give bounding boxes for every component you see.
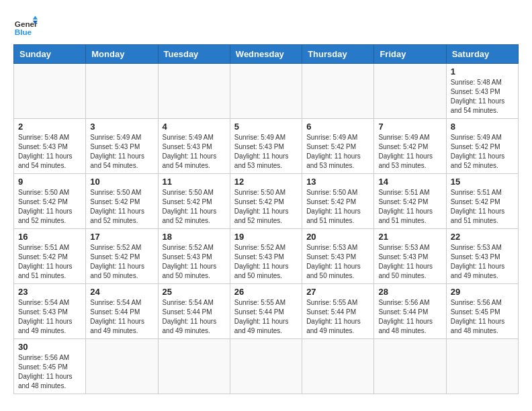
- day-number: 24: [90, 287, 153, 297]
- cell-content: Sunrise: 5:56 AM Sunset: 5:44 PM Dayligh…: [378, 298, 441, 336]
- day-number: 1: [451, 66, 514, 77]
- day-number: 22: [451, 232, 514, 242]
- calendar-cell: [374, 339, 446, 394]
- day-number: 29: [451, 287, 514, 297]
- calendar-cell: [158, 64, 230, 119]
- day-number: 4: [163, 122, 226, 132]
- cell-content: Sunrise: 5:53 AM Sunset: 5:43 PM Dayligh…: [306, 243, 369, 281]
- cell-content: Sunrise: 5:55 AM Sunset: 5:44 PM Dayligh…: [306, 298, 369, 336]
- calendar-cell: 20Sunrise: 5:53 AM Sunset: 5:43 PM Dayli…: [302, 229, 374, 284]
- calendar-cell: 11Sunrise: 5:50 AM Sunset: 5:42 PM Dayli…: [158, 174, 230, 229]
- cell-content: Sunrise: 5:52 AM Sunset: 5:43 PM Dayligh…: [234, 243, 298, 281]
- cell-content: Sunrise: 5:49 AM Sunset: 5:43 PM Dayligh…: [234, 133, 298, 171]
- day-number: 7: [378, 122, 441, 132]
- calendar-cell: 8Sunrise: 5:49 AM Sunset: 5:42 PM Daylig…: [446, 119, 518, 174]
- calendar-week-4: 16Sunrise: 5:51 AM Sunset: 5:42 PM Dayli…: [14, 229, 519, 284]
- day-number: 2: [18, 122, 81, 132]
- day-number: 30: [18, 342, 81, 352]
- cell-content: Sunrise: 5:49 AM Sunset: 5:42 PM Dayligh…: [378, 133, 441, 171]
- cell-content: Sunrise: 5:48 AM Sunset: 5:43 PM Dayligh…: [451, 78, 514, 116]
- cell-content: Sunrise: 5:53 AM Sunset: 5:43 PM Dayligh…: [378, 243, 441, 281]
- day-number: 27: [306, 287, 369, 297]
- day-number: 28: [378, 287, 441, 297]
- day-header-thursday: Thursday: [302, 45, 374, 64]
- day-number: 20: [306, 232, 369, 242]
- cell-content: Sunrise: 5:56 AM Sunset: 5:45 PM Dayligh…: [18, 353, 81, 391]
- calendar-cell: 16Sunrise: 5:51 AM Sunset: 5:42 PM Dayli…: [14, 229, 86, 284]
- cell-content: Sunrise: 5:48 AM Sunset: 5:43 PM Dayligh…: [18, 133, 81, 171]
- day-number: 26: [234, 287, 298, 297]
- logo-icon: General Blue: [13, 13, 38, 38]
- calendar-cell: [302, 64, 374, 119]
- cell-content: Sunrise: 5:50 AM Sunset: 5:42 PM Dayligh…: [234, 188, 298, 226]
- day-header-saturday: Saturday: [446, 45, 518, 64]
- day-header-wednesday: Wednesday: [230, 45, 302, 64]
- cell-content: Sunrise: 5:51 AM Sunset: 5:42 PM Dayligh…: [451, 188, 514, 226]
- calendar-week-3: 9Sunrise: 5:50 AM Sunset: 5:42 PM Daylig…: [14, 174, 519, 229]
- day-number: 10: [90, 177, 153, 187]
- day-number: 11: [163, 177, 226, 187]
- calendar-cell: 22Sunrise: 5:53 AM Sunset: 5:43 PM Dayli…: [446, 229, 518, 284]
- calendar-cell: 6Sunrise: 5:49 AM Sunset: 5:42 PM Daylig…: [302, 119, 374, 174]
- day-header-tuesday: Tuesday: [158, 45, 230, 64]
- calendar-cell: 19Sunrise: 5:52 AM Sunset: 5:43 PM Dayli…: [230, 229, 302, 284]
- calendar-cell: 21Sunrise: 5:53 AM Sunset: 5:43 PM Dayli…: [374, 229, 446, 284]
- day-number: 15: [451, 177, 514, 187]
- calendar-cell: 27Sunrise: 5:55 AM Sunset: 5:44 PM Dayli…: [302, 284, 374, 339]
- cell-content: Sunrise: 5:54 AM Sunset: 5:43 PM Dayligh…: [18, 298, 81, 336]
- calendar-week-5: 23Sunrise: 5:54 AM Sunset: 5:43 PM Dayli…: [14, 284, 519, 339]
- cell-content: Sunrise: 5:50 AM Sunset: 5:42 PM Dayligh…: [306, 188, 369, 226]
- calendar-cell: 29Sunrise: 5:56 AM Sunset: 5:45 PM Dayli…: [446, 284, 518, 339]
- calendar-cell: 14Sunrise: 5:51 AM Sunset: 5:42 PM Dayli…: [374, 174, 446, 229]
- day-number: 6: [306, 122, 369, 132]
- cell-content: Sunrise: 5:55 AM Sunset: 5:44 PM Dayligh…: [234, 298, 298, 336]
- day-number: 16: [18, 232, 81, 242]
- calendar-cell: 23Sunrise: 5:54 AM Sunset: 5:43 PM Dayli…: [14, 284, 86, 339]
- day-header-monday: Monday: [86, 45, 158, 64]
- cell-content: Sunrise: 5:50 AM Sunset: 5:42 PM Dayligh…: [18, 188, 81, 226]
- day-number: 8: [451, 122, 514, 132]
- day-header-friday: Friday: [374, 45, 446, 64]
- calendar-cell: 17Sunrise: 5:52 AM Sunset: 5:42 PM Dayli…: [86, 229, 158, 284]
- cell-content: Sunrise: 5:56 AM Sunset: 5:45 PM Dayligh…: [451, 298, 514, 336]
- calendar-cell: [86, 339, 158, 394]
- calendar-cell: 30Sunrise: 5:56 AM Sunset: 5:45 PM Dayli…: [14, 339, 86, 394]
- day-number: 3: [90, 122, 153, 132]
- cell-content: Sunrise: 5:50 AM Sunset: 5:42 PM Dayligh…: [163, 188, 226, 226]
- cell-content: Sunrise: 5:49 AM Sunset: 5:43 PM Dayligh…: [163, 133, 226, 171]
- cell-content: Sunrise: 5:53 AM Sunset: 5:43 PM Dayligh…: [451, 243, 514, 281]
- day-number: 9: [18, 177, 81, 187]
- day-number: 14: [378, 177, 441, 187]
- calendar-cell: 26Sunrise: 5:55 AM Sunset: 5:44 PM Dayli…: [230, 284, 302, 339]
- cell-content: Sunrise: 5:49 AM Sunset: 5:43 PM Dayligh…: [90, 133, 153, 171]
- calendar-cell: [14, 64, 86, 119]
- day-number: 17: [90, 232, 153, 242]
- svg-marker-2: [33, 16, 38, 19]
- calendar-cell: 18Sunrise: 5:52 AM Sunset: 5:43 PM Dayli…: [158, 229, 230, 284]
- calendar-cell: 10Sunrise: 5:50 AM Sunset: 5:42 PM Dayli…: [86, 174, 158, 229]
- calendar-cell: 3Sunrise: 5:49 AM Sunset: 5:43 PM Daylig…: [86, 119, 158, 174]
- cell-content: Sunrise: 5:49 AM Sunset: 5:42 PM Dayligh…: [306, 133, 369, 171]
- calendar-cell: 1Sunrise: 5:48 AM Sunset: 5:43 PM Daylig…: [446, 64, 518, 119]
- cell-content: Sunrise: 5:54 AM Sunset: 5:44 PM Dayligh…: [90, 298, 153, 336]
- cell-content: Sunrise: 5:52 AM Sunset: 5:42 PM Dayligh…: [90, 243, 153, 281]
- calendar-table: SundayMondayTuesdayWednesdayThursdayFrid…: [13, 44, 519, 394]
- calendar-cell: 5Sunrise: 5:49 AM Sunset: 5:43 PM Daylig…: [230, 119, 302, 174]
- cell-content: Sunrise: 5:51 AM Sunset: 5:42 PM Dayligh…: [378, 188, 441, 226]
- day-number: 21: [378, 232, 441, 242]
- cell-content: Sunrise: 5:50 AM Sunset: 5:42 PM Dayligh…: [90, 188, 153, 226]
- cell-content: Sunrise: 5:52 AM Sunset: 5:43 PM Dayligh…: [163, 243, 226, 281]
- calendar-week-6: 30Sunrise: 5:56 AM Sunset: 5:45 PM Dayli…: [14, 339, 519, 394]
- cell-content: Sunrise: 5:54 AM Sunset: 5:44 PM Dayligh…: [163, 298, 226, 336]
- page-header: General Blue: [13, 13, 519, 38]
- calendar-cell: [158, 339, 230, 394]
- day-number: 18: [163, 232, 226, 242]
- calendar-cell: 2Sunrise: 5:48 AM Sunset: 5:43 PM Daylig…: [14, 119, 86, 174]
- logo: General Blue: [13, 13, 38, 38]
- calendar-cell: [230, 64, 302, 119]
- calendar-cell: 25Sunrise: 5:54 AM Sunset: 5:44 PM Dayli…: [158, 284, 230, 339]
- day-number: 5: [234, 122, 298, 132]
- day-number: 23: [18, 287, 81, 297]
- day-number: 13: [306, 177, 369, 187]
- calendar-cell: [446, 339, 518, 394]
